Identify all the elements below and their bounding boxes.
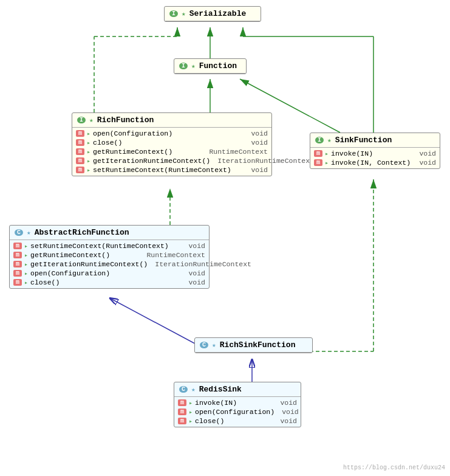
rf-method-1: m ▸ open(Configuration) void <box>76 129 268 138</box>
rf-m1-icon: ▸ <box>87 130 90 137</box>
rs-m1-return: void <box>280 399 297 407</box>
rf-m3-name: getRuntimeContext() <box>93 148 202 156</box>
rs-method-2: m ▸ open(Configuration) void <box>178 407 297 416</box>
rf-m3-badge: m <box>76 148 84 155</box>
rf-method-5: m ▸ setRuntimeContext(RuntimeContext) vo… <box>76 165 268 174</box>
arf-m5-name: close() <box>30 278 181 286</box>
richsinkfunction-box: C ★ RichSinkFunction <box>194 337 313 353</box>
rf-m3-icon: ▸ <box>87 148 90 156</box>
rs-m1-badge: m <box>178 399 186 406</box>
rf-method-2: m ▸ close() void <box>76 138 268 147</box>
arf-m3-badge: m <box>13 261 22 267</box>
arf-m1-badge: m <box>13 243 22 249</box>
rs-m2-icon: ▸ <box>189 409 193 416</box>
arf-method-4: m ▸ open(Configuration) void <box>13 269 205 278</box>
arf-m3-icon: ▸ <box>24 261 28 268</box>
richfunction-badge: I <box>77 117 86 123</box>
rf-m2-return: void <box>251 139 268 147</box>
rs-m1-icon: ▸ <box>189 399 193 407</box>
arf-m3-return: IterationRuntimeContext <box>155 260 251 268</box>
sf-m1-name: invoke(IN) <box>331 150 412 157</box>
rf-m4-badge: m <box>76 157 84 164</box>
arf-m2-name: getRuntimeContext() <box>30 251 139 259</box>
abstractrichfunction-box: C ★ AbstractRichFunction m ▸ setRuntimeC… <box>9 225 210 289</box>
rs-method-3: m ▸ close() void <box>178 416 297 426</box>
rs-badge: C <box>179 386 188 393</box>
richfunction-body: m ▸ open(Configuration) void m ▸ close()… <box>72 128 271 176</box>
sf-m2-badge: m <box>314 159 322 166</box>
sf-m2-name: invoke(IN, Context) <box>331 159 412 167</box>
sinkfunction-header: I ★ SinkFunction <box>310 133 440 148</box>
watermark: https://blog.csdn.net/duxu24 <box>343 464 445 471</box>
rsf-badge: C <box>200 342 208 348</box>
rs-m3-badge: m <box>178 418 186 424</box>
rs-m3-return: void <box>280 417 297 425</box>
rf-m5-icon: ▸ <box>87 167 90 174</box>
arf-m2-icon: ▸ <box>24 252 28 259</box>
function-header: I ★ Function <box>174 59 246 74</box>
rf-m4-name: getIterationRuntimeContext() <box>93 157 210 165</box>
arf-method-1: m ▸ setRuntimeContext(RuntimeContext) vo… <box>13 241 205 250</box>
sf-m1-return: void <box>419 150 436 157</box>
arf-badge: C <box>15 229 23 236</box>
arf-m4-badge: m <box>13 270 22 277</box>
rf-m5-return: void <box>251 166 268 174</box>
arf-m2-return: RuntimeContext <box>146 251 205 259</box>
rs-body: m ▸ invoke(IN) void m ▸ open(Configurati… <box>174 397 301 427</box>
serializable-name: Serializable <box>189 9 247 18</box>
rf-m1-return: void <box>251 129 268 137</box>
rs-m3-icon: ▸ <box>189 418 193 425</box>
sf-m2-return: void <box>419 159 436 167</box>
sinkfunction-name: SinkFunction <box>335 136 392 145</box>
sf-method-2: m ▸ invoke(IN, Context) void <box>314 158 436 167</box>
rs-m2-return: void <box>282 408 299 416</box>
diagram-container: I ★ Serializable I ★ Function I ★ RichFu… <box>0 0 450 476</box>
rsf-icon: ★ <box>212 341 216 349</box>
serializable-badge: I <box>169 10 178 17</box>
richfunction-box: I ★ RichFunction m ▸ open(Configuration)… <box>72 112 272 176</box>
richfunction-header: I ★ RichFunction <box>72 113 271 128</box>
arf-m1-return: void <box>188 242 205 250</box>
abstractrichfunction-header: C ★ AbstractRichFunction <box>10 226 209 240</box>
arf-m3-name: getIterationRuntimeContext() <box>30 260 148 268</box>
rf-method-4: m ▸ getIterationRuntimeContext() Iterati… <box>76 156 268 165</box>
sinkfunction-badge: I <box>315 137 324 143</box>
arf-m5-icon: ▸ <box>24 279 28 286</box>
sinkfunction-box: I ★ SinkFunction m ▸ invoke(IN) void m ▸… <box>310 133 440 169</box>
richfunction-name: RichFunction <box>97 116 154 125</box>
rs-name: RedisSink <box>199 385 242 394</box>
sinkfunction-body: m ▸ invoke(IN) void m ▸ invoke(IN, Conte… <box>310 148 440 168</box>
function-box: I ★ Function <box>174 58 247 74</box>
rs-icon: ★ <box>191 385 196 393</box>
rf-m4-icon: ▸ <box>87 157 90 165</box>
rs-method-1: m ▸ invoke(IN) void <box>178 398 297 407</box>
rf-m1-name: open(Configuration) <box>93 129 244 137</box>
rs-m2-badge: m <box>178 409 186 415</box>
function-badge: I <box>179 63 188 69</box>
rf-m4-return: IterationRuntimeContext <box>217 157 314 165</box>
rf-m2-name: close() <box>93 139 244 147</box>
rs-m1-name: invoke(IN) <box>195 399 273 407</box>
rs-m2-name: open(Configuration) <box>195 408 274 416</box>
rf-method-3: m ▸ getRuntimeContext() RuntimeContext <box>76 147 268 156</box>
arf-method-3: m ▸ getIterationRuntimeContext() Iterati… <box>13 260 205 269</box>
sf-m2-icon: ▸ <box>325 159 329 167</box>
arf-m1-name: setRuntimeContext(RuntimeContext) <box>30 242 181 250</box>
arf-method-5: m ▸ close() void <box>13 278 205 287</box>
arf-m5-badge: m <box>13 279 22 286</box>
serializable-icon: ★ <box>182 10 186 18</box>
arf-m4-name: open(Configuration) <box>30 269 181 277</box>
arf-m5-return: void <box>188 278 205 286</box>
rf-m3-return: RuntimeContext <box>209 148 268 156</box>
rf-m2-icon: ▸ <box>87 139 90 147</box>
arf-m4-return: void <box>188 269 205 277</box>
sinkfunction-icon: ★ <box>327 136 332 144</box>
serializable-box: I ★ Serializable <box>164 6 261 22</box>
arf-body: m ▸ setRuntimeContext(RuntimeContext) vo… <box>10 240 209 288</box>
arf-icon: ★ <box>27 229 31 236</box>
richsinkfunction-header: C ★ RichSinkFunction <box>195 338 312 353</box>
redissink-box: C ★ RedisSink m ▸ invoke(IN) void m ▸ op… <box>174 382 301 427</box>
sf-method-1: m ▸ invoke(IN) void <box>314 149 436 158</box>
function-name: Function <box>199 61 237 71</box>
rf-m5-badge: m <box>76 167 84 173</box>
